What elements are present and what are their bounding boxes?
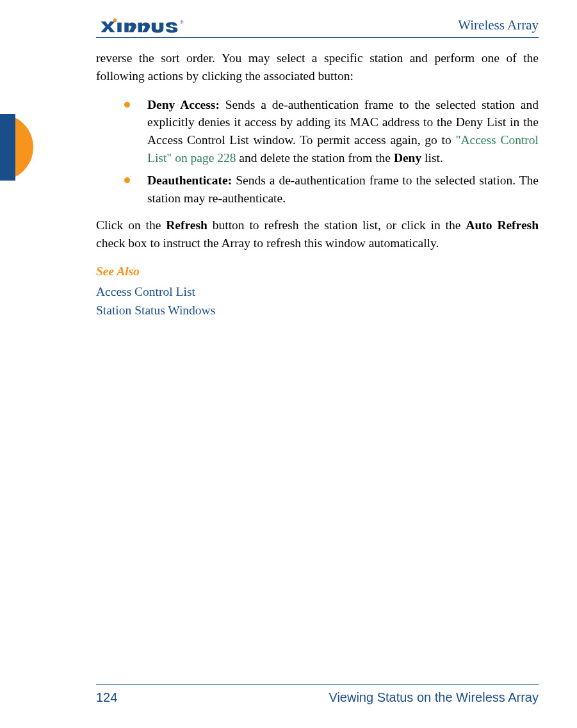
page-header: ® Wireless Array [96, 17, 539, 38]
header-title: Wireless Array [458, 17, 539, 33]
xirrus-logo-icon: ® [96, 18, 189, 33]
see-also-link-station-status[interactable]: Station Status Windows [96, 302, 539, 320]
bold-auto-refresh: Auto Refresh [466, 218, 539, 232]
xirrus-logo: ® [96, 18, 189, 33]
svg-text:®: ® [180, 19, 184, 25]
para-text: check box to instruct the Array to refre… [96, 236, 439, 250]
page-footer: 124 Viewing Status on the Wireless Array [96, 684, 539, 705]
bold-word: Deny [394, 151, 421, 165]
bullet-label: Deny Access: [147, 98, 220, 111]
refresh-paragraph: Click on the Refresh button to refresh t… [96, 216, 539, 253]
see-also-link-acl[interactable]: Access Control List [96, 283, 539, 301]
list-item: Deauthenticate: Sends a de-authenticatio… [124, 172, 539, 207]
intro-paragraph: reverse the sort order. You may select a… [96, 49, 539, 86]
see-also-heading: See Also [96, 263, 539, 280]
document-page: ® Wireless Array reverse the sort order.… [0, 0, 577, 728]
para-text: Click on the [96, 218, 166, 232]
body-content: reverse the sort order. You may select a… [96, 49, 539, 320]
page-number: 124 [96, 690, 117, 705]
list-item: Deny Access: Sends a de-authentication f… [124, 96, 539, 167]
bullet-list: Deny Access: Sends a de-authentication f… [124, 96, 539, 207]
bullet-text: list. [421, 151, 443, 165]
bullet-text: and delete the station from the [236, 151, 393, 165]
para-text: button to refresh the station list, or c… [207, 218, 466, 232]
svg-rect-1 [117, 22, 121, 32]
footer-section-title: Viewing Status on the Wireless Array [329, 690, 539, 705]
bold-refresh: Refresh [166, 218, 207, 232]
side-tab-decoration [0, 114, 33, 181]
bullet-label: Deauthenticate: [147, 174, 232, 187]
